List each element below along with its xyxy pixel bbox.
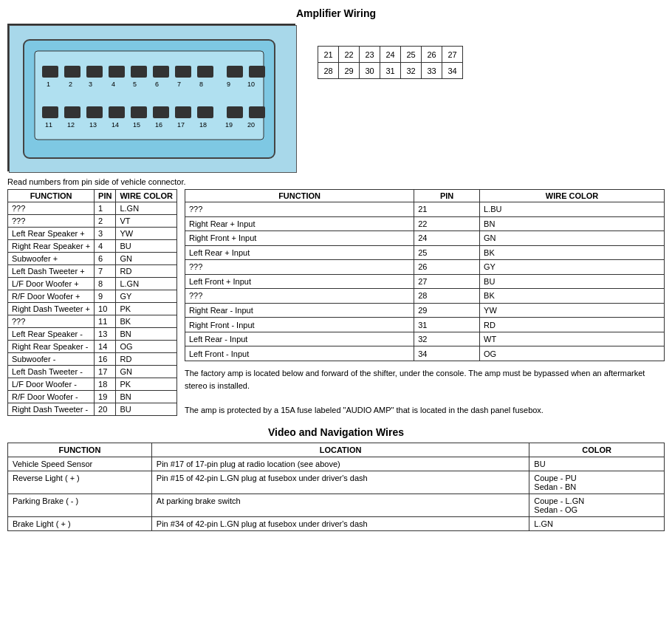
pin-25: 25 (401, 47, 422, 63)
right-row-6-pin: 28 (414, 289, 480, 304)
pin-29: 29 (339, 63, 360, 79)
amp-note-2: The amp is protected by a 15A fuse label… (185, 404, 665, 417)
left-row-6-pin: 8 (95, 278, 116, 290)
video-row-2-location: At parking brake switch (151, 494, 529, 517)
video-row-3-color: L.GN (529, 517, 665, 531)
left-row-10-color: BN (116, 328, 177, 341)
video-table-row: Brake Light ( + )Pin #34 of 42-pin L.GN … (8, 517, 665, 531)
left-table-row: Left Rear Speaker +3YW (8, 228, 177, 240)
pin-24: 24 (380, 47, 401, 63)
svg-text:4: 4 (112, 81, 115, 88)
right-row-10-function: Left Front - Input (185, 346, 414, 361)
svg-text:20: 20 (247, 121, 255, 129)
left-row-15-color: BN (116, 391, 177, 403)
svg-text:17: 17 (177, 121, 185, 129)
right-table-row: Left Rear + Input25BK (185, 245, 664, 260)
svg-rect-25 (86, 106, 103, 118)
left-table-row: R/F Door Woofer -19BN (8, 391, 177, 403)
left-row-16-pin: 20 (95, 403, 116, 416)
pin-32: 32 (401, 63, 422, 79)
right-row-2-function: Right Front + Input (185, 231, 414, 246)
left-table-row: L/F Door Woofer -18PK (8, 378, 177, 391)
svg-rect-8 (153, 66, 169, 78)
pin-22: 22 (339, 47, 360, 63)
video-row-1-location: Pin #15 of 42-pin L.GN plug at fusebox u… (151, 471, 529, 494)
left-row-13-color: GN (116, 366, 177, 378)
svg-rect-23 (42, 106, 58, 118)
right-row-3-pin: 25 (414, 245, 480, 260)
left-row-4-pin: 6 (95, 253, 116, 265)
video-table-row: Vehicle Speed SensorPin #17 of 17-pin pl… (8, 457, 665, 471)
right-row-6-color: BK (480, 289, 665, 304)
left-row-9-function: ??? (8, 315, 95, 328)
svg-rect-11 (227, 66, 243, 78)
right-row-2-pin: 24 (414, 231, 480, 246)
right-row-0-color: L.BU (480, 202, 665, 217)
left-row-3-function: Right Rear Speaker + (8, 240, 95, 253)
right-table-row: ???21L.BU (185, 202, 664, 217)
svg-text:6: 6 (155, 81, 159, 88)
left-row-8-pin: 10 (95, 303, 116, 315)
video-row-2-color-1: Sedan - OG (534, 505, 577, 514)
svg-rect-12 (249, 66, 265, 78)
svg-text:7: 7 (177, 81, 181, 88)
right-row-3-function: Left Rear + Input (185, 245, 414, 260)
svg-rect-32 (249, 106, 265, 118)
right-row-9-function: Left Rear - Input (185, 332, 414, 346)
right-row-1-function: Right Rear + Input (185, 216, 414, 231)
left-row-1-function: ??? (8, 215, 95, 228)
right-table-row: Left Rear - Input32WT (185, 332, 664, 346)
right-col-function: FUNCTION (185, 190, 414, 202)
video-col-color: COLOR (529, 443, 665, 457)
left-table-row: Left Dash Tweeter -17GN (8, 366, 177, 378)
left-row-15-function: R/F Door Woofer - (8, 391, 95, 403)
svg-rect-31 (227, 106, 243, 118)
pin-grid-table: 21 22 23 24 25 26 27 28 29 30 31 32 33 3… (318, 46, 463, 79)
svg-rect-7 (131, 66, 147, 78)
video-row-3-color-0: L.GN (534, 519, 553, 528)
top-section: 1 2 3 4 5 6 7 8 9 10 11 12 13 14 (7, 24, 665, 171)
left-col-color: WIRE COLOR (116, 190, 177, 202)
left-row-2-pin: 3 (95, 228, 116, 240)
right-row-4-function: ??? (185, 260, 414, 275)
video-row-1-color: Coupe - PUSedan - BN (529, 471, 665, 494)
svg-text:14: 14 (112, 121, 119, 129)
right-table-row: ???28BK (185, 289, 664, 304)
video-row-1-color-0: Coupe - PU (534, 474, 576, 482)
pin-grid-row-2: 28 29 30 31 32 33 34 (318, 63, 463, 79)
left-row-0-function: ??? (8, 202, 95, 215)
left-row-4-color: GN (116, 253, 177, 265)
right-table-row: Right Front - Input31RD (185, 318, 664, 332)
left-table-row: Left Dash Tweeter +7RD (8, 265, 177, 278)
left-row-7-color: GY (116, 290, 177, 303)
main-tables-section: FUNCTION PIN WIRE COLOR ???1L.GN???2VTLe… (7, 189, 665, 416)
left-table-header-row: FUNCTION PIN WIRE COLOR (8, 190, 177, 202)
right-row-0-function: ??? (185, 202, 414, 217)
left-row-9-pin: 11 (95, 315, 116, 328)
left-row-11-function: Right Rear Speaker - (8, 341, 95, 353)
svg-text:9: 9 (227, 81, 230, 88)
left-row-2-color: YW (116, 228, 177, 240)
svg-rect-30 (197, 106, 213, 118)
pin-28: 28 (318, 63, 339, 79)
left-row-1-pin: 2 (95, 215, 116, 228)
pin-grid-row-1: 21 22 23 24 25 26 27 (318, 47, 463, 63)
right-table-row: Left Front - Input34OG (185, 346, 664, 361)
left-row-3-pin: 4 (95, 240, 116, 253)
right-row-10-pin: 34 (414, 346, 480, 361)
right-table-row: Right Front + Input24GN (185, 231, 664, 246)
left-row-14-function: L/F Door Woofer - (8, 378, 95, 391)
pin-34: 34 (442, 63, 463, 79)
pin-27: 27 (442, 47, 463, 63)
svg-rect-10 (197, 66, 213, 78)
left-table-row: Right Dash Tweeter +10PK (8, 303, 177, 315)
svg-rect-26 (109, 106, 125, 118)
left-row-8-color: PK (116, 303, 177, 315)
pin-21: 21 (318, 47, 339, 63)
svg-text:19: 19 (225, 121, 233, 129)
right-row-5-color: BU (480, 274, 665, 289)
right-row-2-color: GN (480, 231, 665, 246)
right-row-7-function: Right Rear - Input (185, 303, 414, 318)
left-row-7-pin: 9 (95, 290, 116, 303)
right-row-4-color: GY (480, 260, 665, 275)
